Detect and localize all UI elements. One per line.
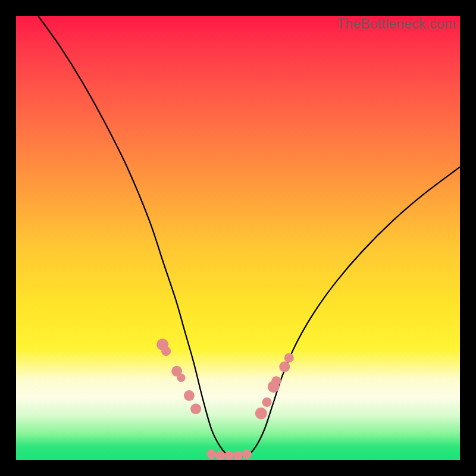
sample-dot xyxy=(177,374,186,382)
chart-frame: TheBottleneck.com xyxy=(0,0,476,476)
sample-dot xyxy=(279,361,290,372)
sample-dot xyxy=(271,376,281,386)
sample-dot xyxy=(242,449,252,459)
sample-dot xyxy=(255,408,267,419)
sample-dot xyxy=(184,390,195,401)
sample-dot xyxy=(161,346,171,356)
chart-svg xyxy=(16,16,460,460)
sample-dot xyxy=(190,403,201,414)
bottleneck-curve xyxy=(38,16,460,456)
sample-dot xyxy=(284,353,294,362)
sample-dot xyxy=(233,451,243,461)
sample-dots-group xyxy=(156,339,294,460)
plot-area: TheBottleneck.com xyxy=(16,16,460,460)
sample-dot xyxy=(206,449,216,459)
sample-dot xyxy=(215,451,225,461)
sample-dot xyxy=(262,397,272,407)
sample-dot xyxy=(224,451,234,461)
